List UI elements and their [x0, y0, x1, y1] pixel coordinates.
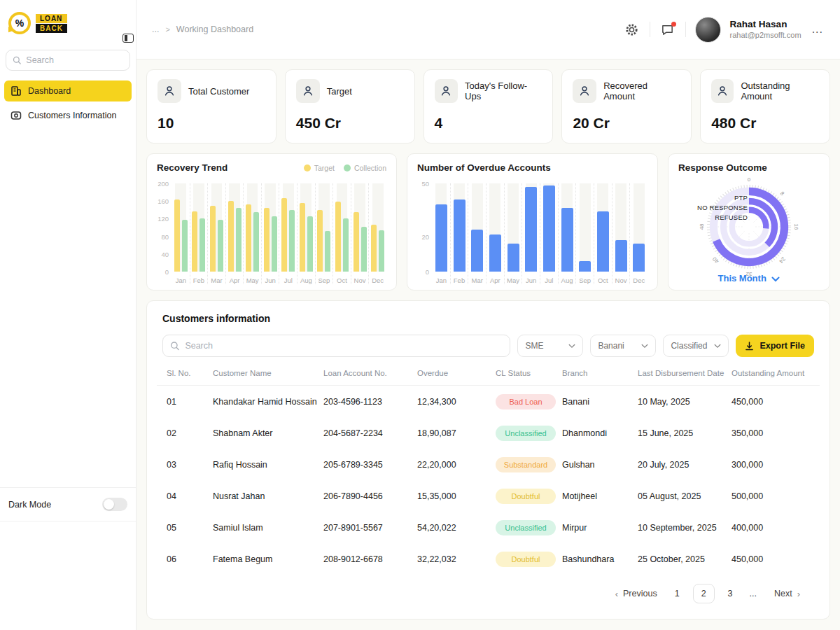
cell-name: Shabnam Akter: [213, 428, 323, 438]
app-window: % LOAN BACK Dashboard Customers Informat…: [0, 0, 840, 630]
stat-label: Recovered Amount: [603, 80, 680, 102]
table-row[interactable]: 03 Rafiq Hossain 205-6789-3345 22,20,000…: [157, 449, 820, 480]
cell-sl: 05: [167, 523, 213, 533]
bar-target: [264, 208, 270, 272]
filter-sme-select[interactable]: SME: [517, 335, 583, 357]
person-icon: [435, 79, 458, 103]
cell-amount: 500,000: [732, 491, 810, 501]
cell-sl: 01: [167, 397, 213, 407]
status-badge: Substandard: [496, 457, 556, 472]
person-icon: [296, 79, 320, 103]
gear-icon: [625, 23, 638, 36]
table-row[interactable]: 06 Fatema Begum 208-9012-6678 32,22,032 …: [157, 543, 820, 575]
app-logo: % LOAN BACK: [0, 0, 136, 40]
export-file-button[interactable]: Export File: [736, 335, 814, 357]
period-dropdown[interactable]: This Month: [668, 273, 830, 284]
stat-card: Total Customer 10: [146, 69, 276, 144]
svg-text:48: 48: [699, 223, 705, 230]
table-row[interactable]: 05 Samiul Islam 207-8901-5567 54,20,022 …: [157, 512, 820, 543]
filter-branch-select[interactable]: Banani: [590, 335, 656, 357]
radial-label-no-response: NO RESPONSE: [697, 204, 748, 211]
stat-label: Outstanding Amount: [741, 80, 819, 102]
bar-collection: [289, 210, 295, 272]
topbar: ... > Working Dashboard Rahat Hasan raha…: [136, 0, 840, 59]
dashboard-icon: [10, 85, 22, 97]
bar-overdue-accounts: [471, 230, 483, 272]
stat-label: Target: [327, 86, 352, 97]
response-outcome-chart: 081624324048: [678, 176, 820, 278]
cell-overdue: 22,20,000: [417, 460, 496, 470]
messages-button[interactable]: [659, 21, 676, 38]
stat-card: Recovered Amount 20 Cr: [561, 69, 692, 144]
cell-amount: 300,000: [732, 460, 810, 470]
stat-label: Today's Follow-Ups: [465, 80, 542, 102]
bar-collection: [253, 212, 259, 272]
table-row[interactable]: 04 Nusrat Jahan 206-7890-4456 15,35,000 …: [157, 480, 820, 512]
user-avatar[interactable]: [695, 17, 721, 43]
chevron-down-icon: [771, 276, 780, 282]
bar-target: [354, 212, 359, 272]
sidebar-item-customers-information[interactable]: Customers Information: [4, 105, 132, 126]
stat-value: 20 Cr: [573, 115, 680, 132]
table-row[interactable]: 02 Shabnam Akter 204-5687-2234 18,90,087…: [157, 417, 820, 449]
bar-target: [174, 200, 180, 272]
col-cl-status: CL Status: [496, 369, 562, 377]
legend-dot-target: [304, 164, 311, 172]
next-page-button[interactable]: Next ›: [774, 589, 800, 599]
col-outstanding-amount: Outstanding Amount: [732, 369, 810, 377]
sidebar-search[interactable]: [6, 50, 130, 71]
bar-overdue-accounts: [435, 204, 447, 272]
chart-title: Recovery Trend: [157, 162, 227, 173]
bar-overdue-accounts: [525, 187, 537, 272]
settings-button[interactable]: [624, 21, 640, 38]
breadcrumb: ... > Working Dashboard: [152, 24, 253, 34]
svg-text:8: 8: [779, 190, 786, 197]
dark-mode-toggle[interactable]: [102, 498, 127, 511]
cell-sl: 06: [167, 554, 213, 564]
breadcrumb-collapsed[interactable]: ...: [152, 24, 159, 34]
cell-overdue: 18,90,087: [417, 428, 496, 438]
cell-date: 10 September, 2025: [638, 523, 732, 533]
bar-overdue-accounts: [507, 244, 519, 272]
cell-date: 20 July, 2025: [638, 460, 732, 470]
sidebar-item-label: Dashboard: [28, 86, 71, 96]
cell-account: 205-6789-3345: [323, 460, 417, 470]
notification-dot: [671, 22, 676, 27]
filter-value: SME: [525, 341, 543, 351]
col-customer-name: Customer Name: [213, 369, 323, 377]
filter-classified-select[interactable]: Classified: [663, 335, 729, 357]
table-row[interactable]: 01 Khandakar Hamid Hossain 203-4596-1123…: [157, 386, 820, 417]
page-1[interactable]: 1: [671, 584, 683, 603]
chevron-left-icon: ‹: [615, 589, 618, 599]
cell-overdue: 15,35,000: [417, 491, 496, 501]
page-2[interactable]: 2: [693, 584, 715, 603]
more-menu-icon[interactable]: ...: [811, 23, 825, 36]
cell-branch: Banani: [562, 397, 638, 407]
stat-value: 10: [158, 115, 265, 132]
filter-value: Classified: [671, 341, 707, 351]
cell-date: 10 May, 2025: [638, 397, 732, 407]
page-3[interactable]: 3: [724, 584, 736, 603]
col-last-disbursement: Last Disbursement Date: [638, 369, 732, 377]
cell-overdue: 32,22,032: [417, 554, 496, 564]
cell-branch: Motijheel: [562, 491, 638, 501]
table-search-input[interactable]: [185, 341, 503, 351]
bar-overdue-accounts: [633, 244, 645, 272]
stat-value: 4: [435, 115, 542, 132]
stat-card: Outstanding Amount 480 Cr: [700, 69, 830, 144]
col-loan-account: Loan Account No.: [323, 369, 417, 377]
sidebar-item-dashboard[interactable]: Dashboard: [4, 80, 132, 102]
cell-name: Fatema Begum: [213, 554, 323, 564]
chevron-right-icon: ›: [797, 589, 800, 599]
status-badge: Doubtful: [496, 489, 556, 504]
sidebar-search-input[interactable]: [26, 55, 123, 65]
sidebar-collapse-icon[interactable]: [122, 34, 134, 43]
svg-text:24: 24: [778, 255, 787, 265]
col-branch: Branch: [562, 369, 638, 377]
previous-page-button[interactable]: ‹ Previous: [615, 589, 657, 599]
download-icon: [745, 342, 754, 351]
chevron-down-icon: [714, 344, 721, 349]
user-email: rahat@p2msofft.com: [730, 31, 802, 41]
table-search[interactable]: [162, 335, 510, 357]
cell-name: Khandakar Hamid Hossain: [213, 397, 323, 407]
